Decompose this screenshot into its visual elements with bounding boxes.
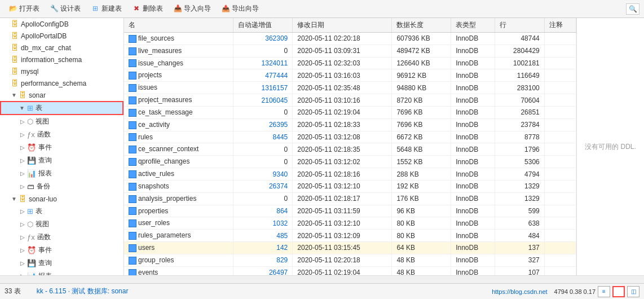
sidebar-item-reports2[interactable]: ▷ 📊 报表 — [0, 270, 123, 275]
db-icon: 🗄 — [19, 195, 27, 203]
cell-modified: 2020-05-11 02:18:33 — [293, 118, 392, 131]
cell-modified: 2020-05-11 02:18:35 — [293, 143, 392, 156]
col-header-autoinc: 自动递增值 — [233, 18, 293, 33]
cell-autoinc: 829 — [233, 254, 293, 266]
table-row[interactable]: issues 1316157 2020-05-11 02:35:48 94880… — [124, 82, 576, 94]
cell-comment — [544, 205, 576, 217]
cell-rows: 48744 — [495, 33, 544, 45]
sidebar-item-events2[interactable]: ▷ ⏰ 事件 — [0, 244, 123, 257]
table-row[interactable]: file_sources 362309 2020-05-11 02:20:18 … — [124, 33, 576, 45]
cell-name: rules_parameters — [124, 230, 233, 242]
table-row[interactable]: users 142 2020-05-11 03:15:45 64 KB Inno… — [124, 242, 576, 254]
table-row[interactable]: ce_scanner_context 0 2020-05-11 02:18:35… — [124, 143, 576, 156]
sidebar-item-sonar[interactable]: ▼ 🗄 sonar — [0, 89, 123, 101]
table-row[interactable]: qprofile_changes 0 2020-05-11 03:12:02 1… — [124, 156, 576, 168]
cell-type: InnoDB — [451, 94, 495, 107]
sidebar-item-reports[interactable]: ▷ 📊 报表 — [0, 167, 123, 180]
url-text: https://blog.csdn.net — [492, 288, 547, 295]
table-row[interactable]: user_roles 1032 2020-05-11 03:12:10 80 K… — [124, 217, 576, 230]
cell-datasize: 126640 KB — [392, 57, 451, 69]
table-row[interactable]: rules_parameters 485 2020-05-11 03:12:09… — [124, 230, 576, 242]
table-row[interactable]: projects 477444 2020-05-11 03:16:03 9691… — [124, 69, 576, 82]
sidebar-item-sonar-luo[interactable]: ▼ 🗄 sonar-luo — [0, 193, 123, 205]
sidebar-item-tables[interactable]: ▼ ⊞ 表 — [0, 101, 123, 115]
sidebar-item-tables2[interactable]: ▷ ⊞ 表 — [0, 205, 123, 218]
cell-datasize: 192 KB — [392, 180, 451, 192]
cell-comment — [544, 242, 576, 254]
cell-comment — [544, 180, 576, 192]
connection-info: kk - 6.115 · 测试 数据库: sonar — [37, 287, 487, 296]
sidebar-item-views2[interactable]: ▷ ⬡ 视图 — [0, 218, 123, 231]
sidebar-item-backups[interactable]: ▷ 🗃 备份 — [0, 180, 123, 193]
table-group-icon: ⊞ — [27, 207, 33, 216]
cell-datasize: 176 KB — [392, 192, 451, 205]
sidebar-item-performance-schema[interactable]: 🗄 performance_schema — [0, 77, 123, 89]
sidebar-item-functions2[interactable]: ▷ ƒx 函数 — [0, 231, 123, 244]
delete-table-button[interactable]: ✖ 删除表 — [128, 2, 167, 15]
cell-type: InnoDB — [451, 192, 495, 205]
table-row[interactable]: ce_activity 26395 2020-05-11 02:18:33 76… — [124, 118, 576, 131]
view-list-button[interactable]: ≡ — [598, 286, 610, 297]
search-button[interactable]: 🔍 — [626, 3, 639, 15]
sidebar-item-apolloconfigdb[interactable]: 🗄 ApolloConfigDB — [0, 18, 123, 30]
cell-name: file_sources — [124, 33, 233, 45]
sidebar-item-events[interactable]: ▷ ⏰ 事件 — [0, 141, 123, 154]
cell-comment — [544, 168, 576, 181]
cell-autoinc: 8445 — [233, 131, 293, 143]
table-row[interactable]: properties 864 2020-05-11 03:11:59 96 KB… — [124, 205, 576, 217]
open-table-button[interactable]: 📂 打开表 — [5, 2, 43, 15]
horizontal-scrollbar[interactable] — [0, 275, 644, 283]
table-row[interactable]: issue_changes 1324011 2020-05-11 02:32:0… — [124, 57, 576, 69]
new-table-button[interactable]: ⊞ 新建表 — [87, 2, 126, 15]
cell-type: InnoDB — [451, 131, 495, 143]
cell-rows: 107 — [495, 266, 544, 275]
cell-modified: 2020-05-11 02:20:18 — [293, 33, 392, 45]
db-icon: 🗄 — [19, 91, 27, 99]
view-grid-button[interactable]: ⊞ — [612, 286, 625, 297]
table-row[interactable]: events 26497 2020-05-11 02:19:04 48 KB I… — [124, 266, 576, 275]
table-row[interactable]: group_roles 829 2020-05-11 02:20:18 48 K… — [124, 254, 576, 266]
expand-icon: ▷ — [20, 208, 25, 214]
cell-type: InnoDB — [451, 266, 495, 275]
cell-autoinc: 362309 — [233, 33, 293, 45]
cell-autoinc: 0 — [233, 106, 293, 118]
sidebar-item-queries2[interactable]: ▷ 💾 查询 — [0, 257, 123, 270]
sidebar-item-queries[interactable]: ▷ 💾 查询 — [0, 154, 123, 167]
sidebar-item-views[interactable]: ▷ ⬡ 视图 — [0, 115, 123, 128]
sidebar-item-mysql[interactable]: 🗄 mysql — [0, 65, 123, 77]
table-row[interactable]: snapshots 26374 2020-05-11 03:12:10 192 … — [124, 180, 576, 192]
cell-type: InnoDB — [451, 254, 495, 266]
cell-modified: 2020-05-11 03:12:08 — [293, 131, 392, 143]
cell-type: InnoDB — [451, 180, 495, 192]
new-table-icon: ⊞ — [91, 5, 100, 14]
cell-comment — [544, 118, 576, 131]
sidebar-item-functions[interactable]: ▷ ƒx 函数 — [0, 128, 123, 141]
cell-comment — [544, 131, 576, 143]
table-row[interactable]: active_rules 9340 2020-05-11 02:18:16 28… — [124, 168, 576, 181]
view-group-icon: ⬡ — [27, 220, 33, 228]
expand-icon: ▷ — [20, 221, 25, 227]
table-row[interactable]: rules 8445 2020-05-11 03:12:08 6672 KB I… — [124, 131, 576, 143]
expand-icon: ▼ — [11, 196, 17, 202]
sidebar-item-apolloportaldb[interactable]: 🗄 ApolloPortalDB — [0, 30, 123, 42]
cell-name: qprofile_changes — [124, 156, 233, 168]
view-detail-button[interactable]: ◫ — [627, 286, 639, 297]
table-row[interactable]: ce_task_message 0 2020-05-11 02:19:04 76… — [124, 106, 576, 118]
design-table-button[interactable]: 🔧 设计表 — [46, 2, 85, 15]
export-wizard-button[interactable]: 📤 导出向导 — [217, 2, 263, 15]
sidebar-item-db-mx-car-chat[interactable]: 🗄 db_mx_car_chat — [0, 42, 123, 54]
cell-rows: 4794 — [495, 168, 544, 181]
cell-autoinc: 477444 — [233, 69, 293, 82]
expand-icon: ▷ — [20, 183, 25, 190]
sidebar-item-information-schema[interactable]: 🗄 information_schema — [0, 54, 123, 65]
cell-type: InnoDB — [451, 57, 495, 69]
table-row[interactable]: live_measures 0 2020-05-11 03:09:31 4894… — [124, 45, 576, 57]
cell-comment — [544, 45, 576, 57]
table-row[interactable]: project_measures 2106045 2020-05-11 03:1… — [124, 94, 576, 107]
cell-rows: 1329 — [495, 180, 544, 192]
table-row[interactable]: analysis_properties 0 2020-05-11 02:18:1… — [124, 192, 576, 205]
import-wizard-button[interactable]: 📥 导入向导 — [169, 2, 215, 15]
cell-comment — [544, 94, 576, 107]
cell-datasize: 48 KB — [392, 266, 451, 275]
cell-rows: 8778 — [495, 131, 544, 143]
